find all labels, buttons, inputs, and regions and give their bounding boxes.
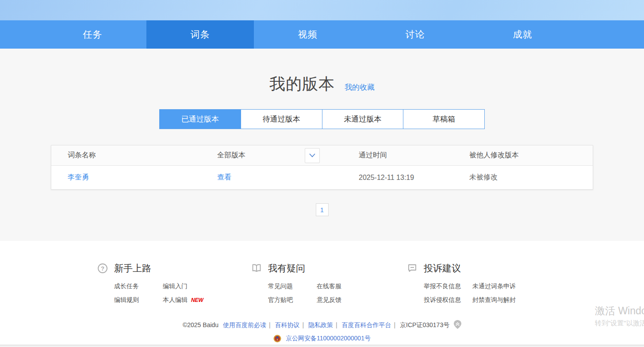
nav-tab-achievements[interactable]: 成就 (469, 20, 576, 49)
open-book-icon (251, 263, 262, 274)
copyright-text: ©2025 Baidu (183, 321, 218, 328)
footer-link-official-tieba[interactable]: 官方贴吧 (268, 296, 317, 304)
public-security-link[interactable]: 京公网安备11000002000001号 (286, 335, 371, 342)
table-header-row: 词条名称 全部版本 通过时间 被他人修改版本 (51, 145, 593, 166)
new-badge: NEW (191, 297, 203, 303)
legal-link-privacy-policy[interactable]: 隐私政策 (308, 321, 333, 328)
footer-section-complaints: 投诉建议 举报不良信息 未通过词条申诉 投诉侵权信息 封禁查询与解封 (407, 262, 516, 304)
legal-link-cooperation-platform[interactable]: 百度百科合作平台 (342, 321, 391, 328)
subtab-drafts[interactable]: 草稿箱 (403, 110, 484, 129)
nav-tab-discussion[interactable]: 讨论 (361, 20, 469, 49)
footer-columns: ? 新手上路 成长任务 编辑入门 编辑规则 本人编辑 NEW 我有疑问 (0, 262, 644, 304)
subtab-rejected-versions[interactable]: 未通过版本 (322, 110, 403, 129)
versions-table: 词条名称 全部版本 通过时间 被他人修改版本 李奎勇 查看 2025-12-11… (51, 145, 593, 190)
version-subtabs: 已通过版本 待通过版本 未通过版本 草稿箱 (159, 109, 485, 129)
chevron-down-icon (309, 153, 315, 157)
main-content: 我的版本 我的收藏 已通过版本 待通过版本 未通过版本 草稿箱 词条名称 全部版… (0, 49, 644, 241)
location-pin-icon (454, 320, 461, 329)
footer-link-report-infringement[interactable]: 投诉侵权信息 (424, 296, 472, 304)
icp-number: 京ICP证030173号 (400, 321, 449, 328)
footer-link-ban-inquiry[interactable]: 封禁查询与解封 (472, 296, 516, 304)
nav-tab-tasks[interactable]: 任务 (39, 20, 146, 49)
separator: | (336, 321, 337, 328)
pagination-page-1[interactable]: 1 (316, 203, 329, 216)
security-line: 京公网安备11000002000001号 (0, 335, 644, 343)
view-version-link[interactable]: 查看 (217, 173, 231, 182)
modified-status-value: 未被修改 (469, 173, 593, 182)
footer-section-title: 新手上路 (114, 262, 151, 275)
header-version-label: 全部版本 (217, 151, 245, 160)
footer-link-online-service[interactable]: 在线客服 (317, 282, 407, 290)
table-row: 李奎勇 查看 2025-12-11 13:19 未被修改 (51, 166, 593, 189)
legal-line: ©2025 Baidu 使用百度前必读| 百科协议| 隐私政策| 百度百科合作平… (0, 320, 644, 329)
legal-link-baike-agreement[interactable]: 百科协议 (275, 321, 300, 328)
entry-name-link[interactable]: 李奎勇 (68, 173, 89, 181)
footer-link-faq[interactable]: 常见问题 (268, 282, 317, 290)
header-pass-time: 通过时间 (359, 151, 469, 160)
separator: | (303, 321, 304, 328)
svg-text:?: ? (101, 265, 104, 272)
page-footer: ? 新手上路 成长任务 编辑入门 编辑规则 本人编辑 NEW 我有疑问 (0, 241, 644, 347)
footer-link-entry-appeal[interactable]: 未通过词条申诉 (472, 282, 516, 290)
legal-link-must-read[interactable]: 使用百度前必读 (223, 321, 266, 328)
nav-tab-entries[interactable]: 词条 (146, 20, 254, 49)
bottom-scroll-strip[interactable] (0, 345, 644, 347)
pass-time-value: 2025-12-11 13:19 (359, 174, 469, 182)
separator: | (394, 321, 396, 328)
version-filter-dropdown[interactable] (305, 148, 320, 163)
footer-link-feedback[interactable]: 意见反馈 (317, 296, 407, 304)
nav-tab-videos[interactable]: 视频 (254, 20, 361, 49)
feedback-bubble-icon (407, 263, 418, 274)
footer-section-questions: 我有疑问 常见问题 在线客服 官方贴吧 意见反馈 (251, 262, 407, 304)
footer-section-newbie: ? 新手上路 成长任务 编辑入门 编辑规则 本人编辑 NEW (97, 262, 251, 304)
my-favorites-link[interactable]: 我的收藏 (345, 82, 375, 92)
police-badge-icon (273, 335, 281, 343)
subtab-pending-versions[interactable]: 待通过版本 (241, 110, 322, 129)
help-circle-icon: ? (97, 263, 108, 274)
top-banner (0, 0, 644, 20)
footer-link-editing-rules[interactable]: 编辑规则 (114, 296, 163, 304)
header-entry-name: 词条名称 (51, 151, 217, 160)
footer-link-editing-intro[interactable]: 编辑入门 (163, 282, 251, 290)
footer-link-self-editing[interactable]: 本人编辑 (163, 296, 188, 303)
pagination: 1 (0, 203, 644, 216)
header-version: 全部版本 (217, 148, 359, 163)
page-title: 我的版本 (269, 73, 335, 95)
footer-section-title: 投诉建议 (424, 262, 461, 275)
footer-link-report-bad-info[interactable]: 举报不良信息 (424, 282, 472, 290)
header-modified-by-others: 被他人修改版本 (469, 151, 593, 160)
subtab-approved-versions[interactable]: 已通过版本 (160, 110, 241, 129)
footer-link-growth-tasks[interactable]: 成长任务 (114, 282, 163, 290)
main-nav: 任务 词条 视频 讨论 成就 (0, 20, 644, 49)
separator: | (269, 321, 271, 328)
footer-section-title: 我有疑问 (268, 262, 305, 275)
title-row: 我的版本 我的收藏 (0, 49, 644, 95)
